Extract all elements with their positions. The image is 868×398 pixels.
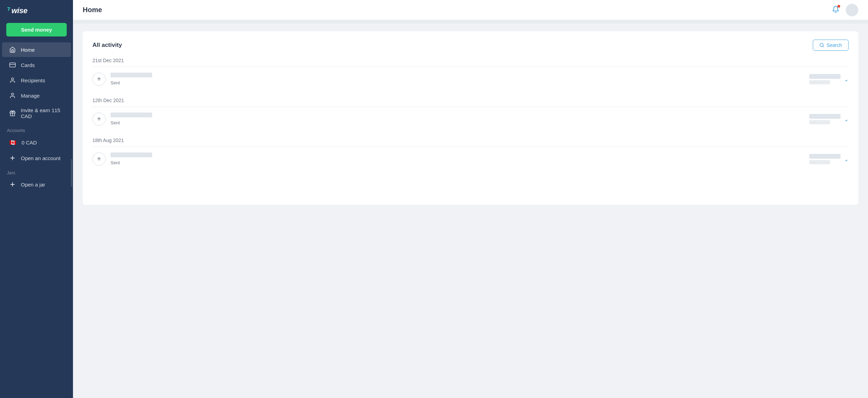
date-group-2: 12th Dec 2021 (92, 98, 849, 103)
transaction-icon-wrap-3 (92, 152, 106, 166)
amount-area-2 (809, 114, 841, 124)
recipient-bar-1 (110, 73, 152, 77)
activity-info-3: Sent (110, 152, 804, 166)
table-row: Sent ⌄ (92, 107, 849, 131)
sidebar-item-recipients-label: Recipients (21, 77, 45, 83)
sidebar-nav: Home Cards Recipients (0, 42, 73, 123)
date-group-3: 18th Aug 2021 (92, 138, 849, 143)
open-account-label: Open an account (21, 155, 60, 161)
sidebar-item-cad[interactable]: 🇨🇦 0 CAD (2, 135, 71, 150)
sidebar-item-cards[interactable]: Cards (2, 58, 71, 72)
transaction-icon-wrap-1 (92, 73, 106, 86)
activity-right-2: ⌄ (809, 114, 849, 124)
amount-bar-small-1 (809, 80, 830, 84)
amount-area-3 (809, 154, 841, 164)
amount-bar-small-3 (809, 160, 830, 164)
svg-point-3 (11, 93, 14, 95)
sidebar-item-open-account[interactable]: Open an account (2, 151, 71, 165)
notification-dot (837, 5, 840, 8)
content-area: All activity Search 21st Dec 2021 (73, 20, 868, 398)
top-banner (73, 20, 868, 24)
send-money-button[interactable]: Send money (6, 23, 67, 36)
sidebar-item-cad-label: 0 CAD (22, 140, 37, 146)
sent-label-2: Sent (110, 120, 120, 125)
amount-area-1 (809, 74, 841, 84)
manage-icon (9, 92, 16, 99)
sidebar-item-invite[interactable]: Invite & earn 115 CAD (2, 103, 71, 123)
topbar: Home (73, 0, 868, 20)
sidebar-item-manage-label: Manage (21, 93, 40, 99)
card-icon (9, 61, 16, 68)
send-arrow-icon-3 (97, 157, 101, 161)
notification-button[interactable] (830, 4, 841, 16)
svg-point-2 (11, 78, 14, 80)
sidebar-item-open-jar[interactable]: Open a jar (2, 177, 71, 192)
plus-icon-jar (9, 181, 16, 188)
sidebar-item-recipients[interactable]: Recipients (2, 73, 71, 88)
open-jar-label: Open a jar (21, 182, 45, 188)
chevron-down-icon-2[interactable]: ⌄ (844, 116, 849, 123)
home-icon (9, 46, 16, 53)
main-content: Home All activity Search (73, 0, 868, 398)
chevron-down-icon-3[interactable]: ⌄ (844, 156, 849, 163)
activity-right-1: ⌄ (809, 74, 849, 84)
table-row: Sent ⌄ (92, 67, 849, 91)
sent-label-3: Sent (110, 160, 120, 165)
recipient-bar-3 (110, 152, 152, 157)
activity-header: All activity Search (92, 40, 849, 51)
send-arrow-icon-1 (97, 77, 101, 82)
search-label: Search (827, 42, 842, 48)
activity-info-2: Sent (110, 113, 804, 126)
date-group-1: 21st Dec 2021 (92, 58, 849, 63)
plus-icon-account (9, 155, 16, 161)
recipient-bar-2 (110, 113, 152, 117)
send-arrow-icon-2 (97, 117, 101, 122)
sidebar-item-manage[interactable]: Manage (2, 88, 71, 103)
accounts-section-label: Accounts (0, 123, 73, 134)
transaction-icon-wrap-2 (92, 113, 106, 126)
sidebar-logo: ⁷ wise (0, 0, 73, 20)
sidebar-item-home[interactable]: Home (2, 42, 71, 57)
sidebar: ⁷ wise Send money Home Cards (0, 0, 73, 398)
activity-panel: All activity Search 21st Dec 2021 (83, 31, 858, 205)
amount-bar-2 (809, 114, 841, 119)
search-icon (819, 43, 824, 48)
search-button[interactable]: Search (813, 40, 849, 51)
amount-bar-small-2 (809, 120, 830, 124)
sidebar-item-home-label: Home (21, 47, 35, 53)
sidebar-scrollbar (71, 159, 72, 187)
wise-logo: ⁷ wise (7, 6, 27, 15)
activity-right-3: ⌄ (809, 154, 849, 164)
canada-flag-icon: 🇨🇦 (9, 139, 17, 146)
recipients-icon (9, 77, 16, 84)
chevron-down-icon-1[interactable]: ⌄ (844, 76, 849, 83)
amount-bar-1 (809, 74, 841, 79)
gift-icon (9, 110, 16, 117)
svg-rect-0 (10, 63, 16, 67)
topbar-right (830, 4, 858, 16)
wise-logo-text: wise (11, 6, 27, 15)
sent-label-1: Sent (110, 80, 120, 85)
wise-logo-icon: ⁷ (7, 7, 10, 15)
jars-section-label: Jars (0, 166, 73, 177)
svg-line-11 (822, 46, 824, 47)
activity-title: All activity (92, 42, 122, 49)
page-title: Home (83, 6, 102, 14)
sidebar-item-cards-label: Cards (21, 62, 35, 68)
amount-bar-3 (809, 154, 841, 159)
avatar (846, 4, 858, 16)
table-row: Sent ⌄ (92, 147, 849, 171)
sidebar-item-invite-label: Invite & earn 115 CAD (21, 107, 64, 119)
activity-info-1: Sent (110, 73, 804, 86)
